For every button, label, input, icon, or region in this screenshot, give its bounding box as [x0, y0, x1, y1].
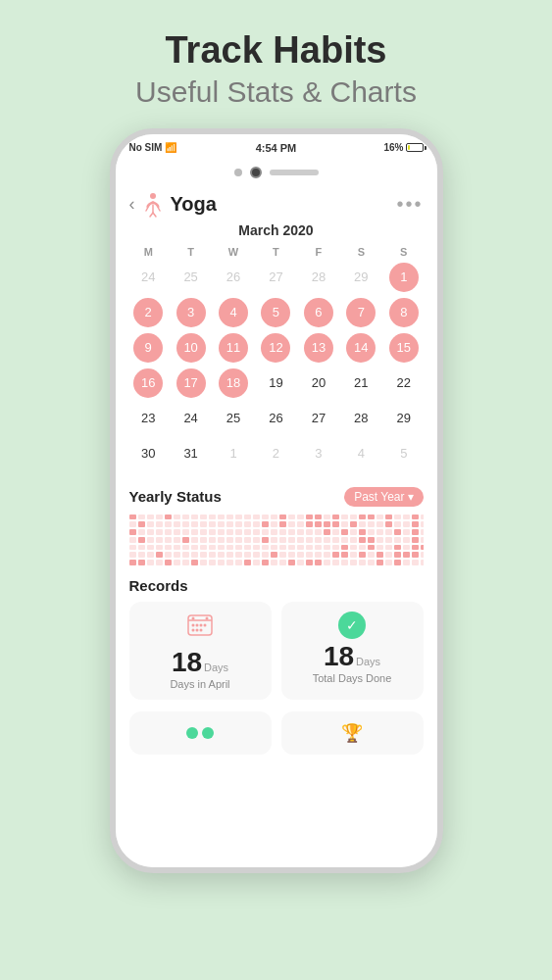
calendar-cell[interactable]: 2	[255, 436, 297, 471]
calendar-cell[interactable]: 27	[297, 401, 339, 436]
calendar-cell[interactable]: 4	[340, 436, 382, 471]
heatmap-cell	[253, 545, 260, 551]
heatmap-cell	[182, 529, 189, 535]
calendar-cell[interactable]: 13	[297, 330, 339, 366]
calendar-cell[interactable]: 22	[382, 366, 425, 401]
svg-point-0	[150, 193, 156, 199]
back-button[interactable]: ‹	[129, 194, 135, 215]
heatmap-cell	[368, 529, 375, 535]
heatmap-cell	[138, 552, 145, 558]
past-year-filter[interactable]: Past Year ▾	[344, 487, 423, 507]
heatmap-cell	[306, 529, 313, 535]
calendar-cell[interactable]: 5	[255, 295, 297, 330]
heatmap-cell	[421, 560, 424, 565]
calendar-cell[interactable]: 28	[297, 260, 339, 295]
calendar-cell[interactable]: 25	[212, 401, 254, 436]
heatmap-cell	[412, 537, 419, 543]
calendar-cell[interactable]: 27	[255, 260, 297, 295]
more-button[interactable]: •••	[396, 193, 423, 216]
heatmap-cell	[129, 537, 136, 543]
calendar-cell[interactable]: 17	[170, 366, 212, 401]
calendar-cell[interactable]: 2	[127, 295, 170, 330]
calendar-cell[interactable]: 30	[127, 436, 170, 471]
calendar-cell[interactable]: 4	[212, 295, 254, 330]
heatmap-cell	[226, 560, 233, 565]
calendar-cell[interactable]: 31	[170, 436, 212, 471]
calendar-cell[interactable]: 11	[212, 330, 254, 366]
heatmap-cell	[288, 545, 295, 551]
calendar-cell[interactable]: 9	[127, 330, 170, 366]
calendar-cell[interactable]: 3	[170, 295, 212, 330]
calendar-cell[interactable]: 24	[127, 260, 170, 295]
calendar-cell[interactable]: 1	[212, 436, 254, 471]
calendar-cell[interactable]: 8	[382, 295, 425, 330]
heatmap-column	[138, 514, 145, 565]
calendar-cell[interactable]: 12	[255, 330, 297, 366]
heatmap-cell	[324, 521, 330, 527]
heatmap-cell	[368, 545, 375, 551]
heatmap-cell	[306, 545, 313, 551]
heatmap-cell	[359, 529, 366, 535]
nav-left[interactable]: ‹ Yoga	[129, 191, 217, 219]
heatmap-cell	[174, 529, 180, 535]
page-header: Track Habits Useful Stats & Charts	[135, 29, 417, 111]
heatmap-cell	[324, 552, 330, 558]
heatmap-cell	[306, 521, 313, 527]
weekday-0: M	[127, 244, 170, 260]
heatmap-cell	[279, 514, 286, 520]
calendar-cell[interactable]: 29	[382, 401, 425, 436]
calendar-cell[interactable]: 24	[170, 401, 212, 436]
heatmap-cell	[279, 552, 286, 558]
heatmap-column	[359, 514, 366, 565]
calendar-cell[interactable]: 3	[297, 436, 339, 471]
heatmap-column	[191, 514, 198, 565]
svg-point-3	[192, 616, 195, 619]
heatmap-cell	[403, 529, 410, 535]
heatmap-cell	[165, 529, 172, 535]
calendar-cell[interactable]: 15	[382, 330, 425, 366]
calendar-cell[interactable]: 14	[340, 330, 382, 366]
calendar-cell[interactable]: 26	[255, 401, 297, 436]
calendar-cell[interactable]: 16	[127, 366, 170, 401]
heatmap-cell	[385, 529, 392, 535]
heatmap-cell	[315, 521, 322, 527]
calendar-cell[interactable]: 1	[382, 260, 425, 295]
heatmap-cell	[191, 537, 198, 543]
heatmap-cell	[385, 552, 392, 558]
calendar-cell[interactable]: 18	[212, 366, 254, 401]
heatmap-cell	[297, 537, 304, 543]
calendar-cell[interactable]: 19	[255, 366, 297, 401]
heatmap-cell	[165, 521, 172, 527]
calendar-cell[interactable]: 20	[297, 366, 339, 401]
calendar-cell[interactable]: 6	[297, 295, 339, 330]
calendar-cell[interactable]: 26	[212, 260, 254, 295]
heatmap-column	[165, 514, 172, 565]
calendar-cell[interactable]: 7	[340, 295, 382, 330]
heatmap-cell	[350, 537, 357, 543]
calendar-cell[interactable]: 29	[340, 260, 382, 295]
heatmap-cell	[271, 529, 277, 535]
heatmap-cell	[385, 537, 392, 543]
heatmap-cell	[385, 560, 392, 565]
calendar-cell[interactable]: 28	[340, 401, 382, 436]
heatmap-cell	[394, 529, 401, 535]
calendar-cell[interactable]: 25	[170, 260, 212, 295]
calendar-cell[interactable]: 5	[382, 436, 425, 471]
calendar-week: 2425262728291	[127, 260, 426, 295]
heatmap-cell	[288, 529, 295, 535]
svg-point-7	[200, 623, 203, 626]
heatmap-cell	[350, 521, 357, 527]
heatmap-column	[147, 514, 154, 565]
heatmap-cell	[332, 552, 339, 558]
calendar-cell[interactable]: 23	[127, 401, 170, 436]
heatmap-cell	[341, 529, 348, 535]
heatmap-column	[297, 514, 304, 565]
calendar-cell[interactable]: 10	[170, 330, 212, 366]
calendar-cell[interactable]: 21	[340, 366, 382, 401]
heatmap-cell	[182, 521, 189, 527]
heatmap-cell	[341, 521, 348, 527]
april-days-label: Days	[204, 662, 228, 673]
heatmap-column	[262, 514, 269, 565]
heatmap-cell	[341, 537, 348, 543]
heatmap-cell	[332, 514, 339, 520]
